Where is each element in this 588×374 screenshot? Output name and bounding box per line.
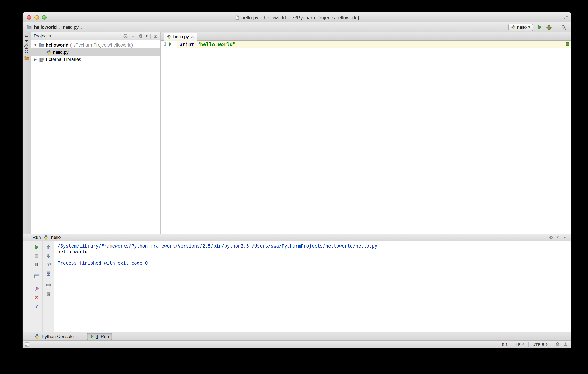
soft-wrap-icon[interactable] bbox=[46, 262, 51, 267]
settings-gear-icon[interactable] bbox=[549, 235, 554, 240]
project-panel-toolbar: ▾ bbox=[123, 33, 158, 38]
project-stripe-button[interactable]: 1: Project bbox=[23, 35, 31, 61]
traffic-lights bbox=[27, 15, 47, 20]
inspection-status-indicator[interactable] bbox=[566, 43, 569, 46]
run-icon bbox=[90, 334, 94, 338]
desktop: hello.py – helloworld – [~/PycharmProjec… bbox=[0, 0, 588, 374]
tree-item-label: External Libraries bbox=[46, 57, 81, 62]
project-stripe-label: 1: Project bbox=[25, 35, 29, 53]
pause-output-icon[interactable] bbox=[34, 262, 39, 267]
statusbar-divider bbox=[512, 342, 512, 347]
disclosure-expanded-icon[interactable]: ▼ bbox=[33, 43, 37, 47]
stop-icon[interactable] bbox=[34, 253, 39, 258]
collapse-all-icon[interactable] bbox=[131, 33, 136, 38]
disclosure-collapsed-icon[interactable]: ▶ bbox=[33, 57, 37, 61]
chevron-right-icon: › bbox=[59, 24, 61, 30]
titlebar[interactable]: hello.py – helloworld – [~/PycharmProjec… bbox=[23, 12, 571, 22]
tab-label: hello.py bbox=[173, 34, 189, 39]
toolbar-divider bbox=[150, 33, 151, 38]
encoding-widget[interactable]: UTF-8 bbox=[532, 342, 549, 347]
code-editor[interactable]: print "hello world" 1 bbox=[161, 41, 571, 234]
run-configuration-selector[interactable]: hello ▾ bbox=[508, 24, 533, 31]
breadcrumb: helloworld › hello.py › bbox=[26, 24, 83, 30]
run-panel-header: Run hello ▾ bbox=[23, 234, 571, 241]
line-separator-widget[interactable]: LF bbox=[515, 342, 525, 347]
search-icon[interactable] bbox=[561, 25, 567, 30]
dropdown-arrow-icon: ▾ bbox=[528, 25, 530, 29]
python-file-icon bbox=[167, 34, 171, 39]
lock-icon[interactable] bbox=[555, 342, 560, 347]
run-button[interactable] bbox=[537, 25, 542, 30]
tree-item-hello-py[interactable]: hello.py bbox=[32, 48, 160, 56]
close-tab-icon[interactable]: ✕ bbox=[191, 35, 194, 39]
tree-item-external-libraries[interactable]: ▶ External Libraries bbox=[32, 56, 160, 63]
scroll-to-end-icon[interactable] bbox=[46, 271, 51, 276]
run-panel-header-toolbar: ▾ bbox=[549, 235, 567, 240]
down-stack-trace-icon[interactable] bbox=[46, 253, 51, 258]
run-tab-rest: : Run bbox=[98, 334, 109, 339]
project-folder-icon bbox=[39, 42, 44, 47]
run-toolbar-left: ✕ ? bbox=[31, 241, 42, 332]
code-string: "hello world" bbox=[197, 42, 236, 47]
tree-item-label: hello.py bbox=[53, 49, 69, 55]
editor-area: hello.py ✕ print "hello world" 1 bbox=[161, 32, 571, 234]
breadcrumb-file[interactable]: hello.py bbox=[63, 25, 79, 30]
project-panel-title[interactable]: Project bbox=[34, 33, 48, 39]
console-line bbox=[58, 255, 568, 260]
run-tab-mnemonic: 4 bbox=[95, 334, 98, 339]
window-title: hello.py – helloworld – [~/PycharmProjec… bbox=[242, 15, 359, 20]
tab-hello-py[interactable]: hello.py ✕ bbox=[164, 32, 197, 41]
zoom-window-button[interactable] bbox=[42, 15, 47, 20]
statusbar-divider bbox=[528, 342, 529, 347]
minimize-window-button[interactable] bbox=[34, 15, 39, 20]
highlighting-level-icon[interactable] bbox=[563, 342, 568, 347]
run-toolbar-right bbox=[42, 241, 54, 332]
hide-panel-icon[interactable] bbox=[562, 235, 567, 240]
run-config-name: hello bbox=[517, 25, 527, 30]
project-panel: Project ▾ ▾ ▼ helloworld (~/PycharmProje… bbox=[32, 32, 161, 234]
up-stack-trace-icon[interactable] bbox=[46, 245, 51, 250]
scroll-from-source-icon[interactable] bbox=[123, 33, 128, 38]
editor-gutter: 1 bbox=[161, 41, 176, 234]
console-line: /System/Library/Frameworks/Python.framew… bbox=[58, 243, 568, 249]
settings-gear-icon[interactable] bbox=[138, 33, 143, 38]
navigation-bar: helloworld › hello.py › hello ▾ bbox=[23, 23, 571, 32]
debug-button[interactable] bbox=[546, 24, 552, 30]
tool-window-toggle-icon[interactable] bbox=[24, 342, 30, 347]
clear-all-icon[interactable] bbox=[46, 291, 51, 296]
status-bar: 5:1 LF UTF-8 bbox=[23, 340, 571, 348]
encoding-value: UTF-8 bbox=[532, 342, 544, 347]
rerun-icon[interactable] bbox=[34, 245, 39, 250]
python-console-button[interactable]: Python Console bbox=[32, 333, 76, 340]
restore-layout-icon[interactable] bbox=[34, 274, 40, 280]
code-keyword: print bbox=[179, 42, 194, 47]
python-console-label: Python Console bbox=[42, 334, 74, 339]
project-stripe-icon bbox=[24, 55, 30, 61]
line-number: 1 bbox=[161, 41, 167, 48]
run-console-output[interactable]: /System/Library/Frameworks/Python.framew… bbox=[54, 241, 571, 332]
folder-icon bbox=[26, 25, 32, 30]
run-line-marker-icon[interactable] bbox=[168, 42, 173, 46]
project-tree: ▼ helloworld (~/PycharmProjects/hellowor… bbox=[32, 40, 160, 63]
pycharm-window: hello.py – helloworld – [~/PycharmProjec… bbox=[23, 12, 571, 348]
breadcrumb-project[interactable]: helloworld bbox=[34, 25, 57, 30]
fullscreen-resize-icon[interactable] bbox=[563, 15, 568, 20]
close-tab-icon[interactable]: ✕ bbox=[35, 295, 39, 300]
run-tab-label: 4: Run bbox=[95, 334, 109, 339]
pin-tab-icon[interactable] bbox=[34, 286, 39, 291]
run-tool-window-button[interactable]: 4: Run bbox=[87, 333, 112, 340]
status-bar-widgets: 5:1 LF UTF-8 bbox=[501, 342, 568, 347]
tree-item-helloworld[interactable]: ▼ helloworld (~/PycharmProjects/hellowor… bbox=[32, 41, 160, 48]
dropdown-arrow-icon[interactable]: ▾ bbox=[49, 34, 51, 38]
dropdown-arrow-icon: ▾ bbox=[557, 235, 559, 239]
libraries-icon bbox=[39, 57, 44, 62]
project-panel-header: Project ▾ ▾ bbox=[32, 32, 160, 40]
print-icon[interactable] bbox=[46, 282, 51, 288]
hide-panel-icon[interactable] bbox=[153, 33, 158, 38]
python-run-config-icon bbox=[511, 25, 515, 30]
caret-position-widget[interactable]: 5:1 bbox=[501, 342, 509, 347]
close-window-button[interactable] bbox=[27, 15, 32, 20]
line-separator-value: LF bbox=[516, 342, 521, 347]
run-config-name: hello bbox=[51, 235, 61, 240]
help-icon[interactable]: ? bbox=[36, 304, 38, 309]
